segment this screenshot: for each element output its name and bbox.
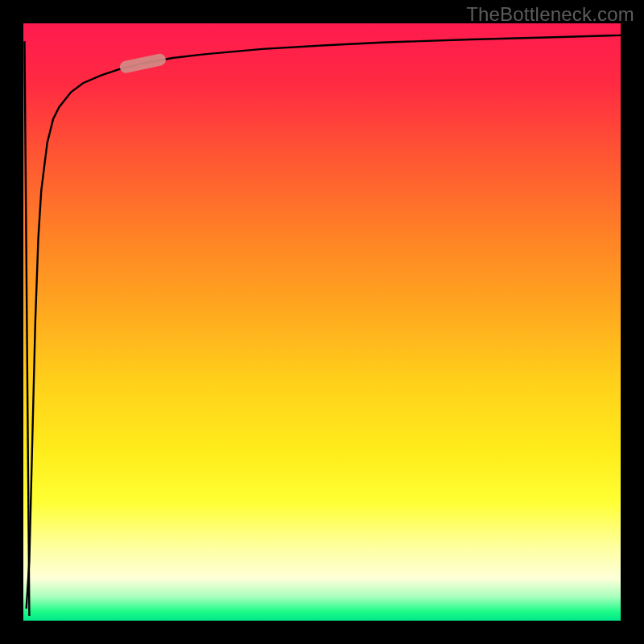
curve-line — [27, 35, 621, 609]
watermark-text: TheBottleneck.com — [466, 3, 634, 26]
curve-marker — [118, 52, 167, 74]
chart-svg — [23, 23, 621, 621]
chart-root: TheBottleneck.com — [0, 0, 644, 644]
descent-line — [24, 41, 29, 616]
